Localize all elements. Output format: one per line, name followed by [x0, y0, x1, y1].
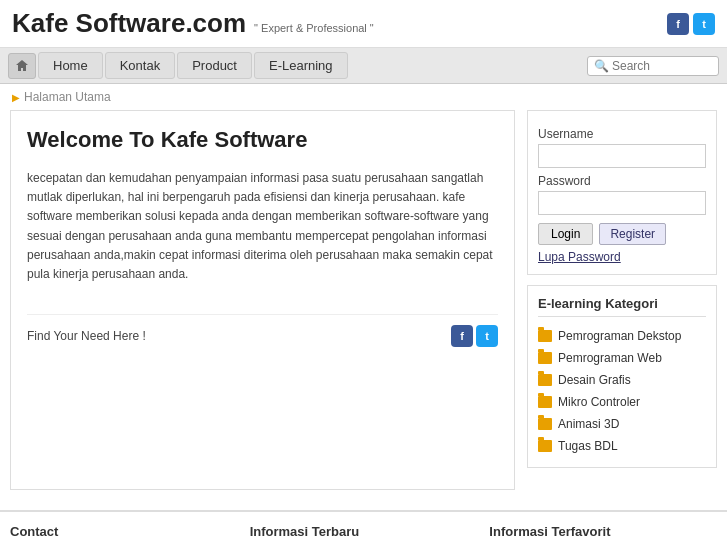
header: Kafe Software.com " Expert & Professiona… — [0, 0, 727, 48]
elearning-item[interactable]: Pemrograman Web — [538, 347, 706, 369]
elearning-item-label: Tugas BDL — [558, 439, 618, 453]
folder-icon — [538, 374, 552, 386]
folder-icon — [538, 330, 552, 342]
breadcrumb-text: Halaman Utama — [24, 90, 111, 104]
welcome-title: Welcome To Kafe Software — [27, 127, 498, 153]
nav-elearning[interactable]: E-Learning — [254, 52, 348, 79]
footer-terbaru-title: Informasi Terbaru — [250, 524, 478, 539]
navbar: Home Kontak Product E-Learning 🔍 — [0, 48, 727, 84]
site-title: Kafe Software.com — [12, 8, 246, 39]
login-box: Username Password Login Register Lupa Pa… — [527, 110, 717, 275]
header-icons: f t — [667, 13, 715, 35]
elearning-items: Pemrograman DekstopPemrograman WebDesain… — [538, 325, 706, 457]
username-input[interactable] — [538, 144, 706, 168]
site-tagline: " Expert & Professional " — [254, 22, 374, 34]
find-need-text: Find Your Need Here ! — [27, 329, 146, 343]
elearning-item-label: Animasi 3D — [558, 417, 619, 431]
nav-product[interactable]: Product — [177, 52, 252, 79]
welcome-text: kecepatan dan kemudahan penyampaian info… — [27, 169, 498, 284]
footer-contact-title: Contact — [10, 524, 238, 539]
search-box: 🔍 — [587, 56, 719, 76]
elearning-item-label: Pemrograman Dekstop — [558, 329, 681, 343]
footer-terfavorit-title: Informasi Terfavorit — [489, 524, 717, 539]
folder-icon — [538, 396, 552, 408]
password-label: Password — [538, 174, 706, 188]
elearning-item-label: Desain Grafis — [558, 373, 631, 387]
elearning-item[interactable]: Pemrograman Dekstop — [538, 325, 706, 347]
sidebar: Username Password Login Register Lupa Pa… — [527, 110, 717, 490]
twitter-icon[interactable]: t — [693, 13, 715, 35]
search-icon: 🔍 — [594, 59, 609, 73]
elearning-title: E-learning Kategori — [538, 296, 706, 317]
register-button[interactable]: Register — [599, 223, 666, 245]
footer: Contact Not Online right now Admin : Ach… — [0, 510, 727, 545]
nav-home[interactable]: Home — [38, 52, 103, 79]
elearning-item-label: Pemrograman Web — [558, 351, 662, 365]
elearning-item[interactable]: Animasi 3D — [538, 413, 706, 435]
folder-icon — [538, 440, 552, 452]
footer-terbaru: Informasi Terbaru Trigger ,stored Proced… — [250, 524, 478, 545]
login-actions: Login Register — [538, 223, 706, 245]
home-icon — [15, 59, 29, 72]
find-need-bar: Find Your Need Here ! f t — [27, 314, 498, 347]
nav-kontak[interactable]: Kontak — [105, 52, 175, 79]
breadcrumb-icon: ▶ — [12, 92, 20, 103]
password-input[interactable] — [538, 191, 706, 215]
username-label: Username — [538, 127, 706, 141]
folder-icon — [538, 418, 552, 430]
forgot-password-link[interactable]: Lupa Password — [538, 250, 706, 264]
content-twitter-icon[interactable]: t — [476, 325, 498, 347]
folder-icon — [538, 352, 552, 364]
search-input[interactable] — [612, 59, 712, 73]
elearning-item[interactable]: Tugas BDL — [538, 435, 706, 457]
elearning-item-label: Mikro Controler — [558, 395, 640, 409]
content-facebook-icon[interactable]: f — [451, 325, 473, 347]
login-button[interactable]: Login — [538, 223, 593, 245]
footer-terfavorit: Informasi Terfavorit Kombinasi warna pad… — [489, 524, 717, 545]
home-button[interactable] — [8, 53, 36, 79]
breadcrumb: ▶ Halaman Utama — [0, 84, 727, 110]
main-layout: Welcome To Kafe Software kecepatan dan k… — [0, 110, 727, 500]
content-social-icons: f t — [451, 325, 498, 347]
elearning-item[interactable]: Mikro Controler — [538, 391, 706, 413]
elearning-box: E-learning Kategori Pemrograman DekstopP… — [527, 285, 717, 468]
content-area: Welcome To Kafe Software kecepatan dan k… — [10, 110, 515, 490]
facebook-icon[interactable]: f — [667, 13, 689, 35]
elearning-item[interactable]: Desain Grafis — [538, 369, 706, 391]
footer-contact: Contact Not Online right now Admin : Ach… — [10, 524, 238, 545]
